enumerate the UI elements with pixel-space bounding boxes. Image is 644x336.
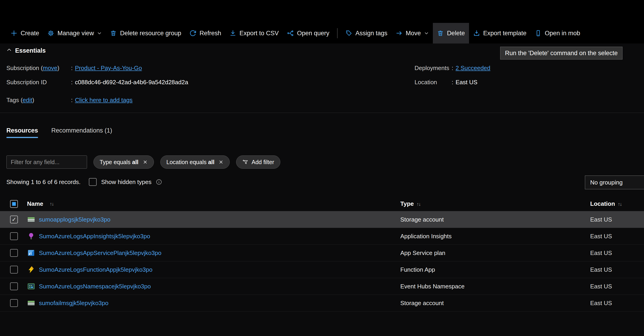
row-checkbox[interactable] xyxy=(10,299,18,307)
close-icon[interactable] xyxy=(218,160,224,165)
subscription-id-label: Subscription ID xyxy=(6,79,71,86)
create-label: Create xyxy=(20,30,39,37)
export-csv-label: Export to CSV xyxy=(240,30,279,37)
colon: : xyxy=(452,64,453,72)
add-filter-icon xyxy=(242,159,248,165)
export-template-icon xyxy=(473,30,480,37)
add-filter-button[interactable]: Add filter xyxy=(236,155,280,169)
tab-recommendations[interactable]: Recommendations (1) xyxy=(51,127,112,140)
grouping-value: No grouping xyxy=(590,179,623,186)
resource-link[interactable]: SumoAzureLogsAppInsightsjk5lepvjko3po xyxy=(39,233,150,240)
table-row[interactable]: SumoAzureLogsAppServicePlanjk5lepvjko3po… xyxy=(0,245,644,261)
edit-tags-link[interactable]: edit xyxy=(23,97,32,103)
mobile-icon xyxy=(535,30,542,37)
resource-location: East US xyxy=(590,250,644,257)
add-tags-link[interactable]: Click here to add tags xyxy=(75,97,132,104)
manage-view-label: Manage view xyxy=(58,30,94,37)
manage-view-button[interactable]: Manage view xyxy=(43,23,106,43)
resource-link[interactable]: SumoAzureLogsAppServicePlanjk5lepvjko3po xyxy=(39,250,162,257)
delete-resource-group-button[interactable]: Delete resource group xyxy=(106,23,185,43)
show-hidden-checkbox[interactable] xyxy=(89,178,97,186)
grouping-dropdown[interactable]: No grouping xyxy=(585,176,644,189)
application-insights-icon xyxy=(27,232,35,240)
filter-pill-type-value: all xyxy=(132,159,138,165)
storage-account-icon xyxy=(27,215,35,224)
filter-input[interactable] xyxy=(6,155,87,169)
create-button[interactable]: Create xyxy=(6,23,43,43)
move-button[interactable]: Move xyxy=(392,23,433,43)
open-in-mobile-button[interactable]: Open in mob xyxy=(531,23,584,43)
arrow-right-icon xyxy=(396,30,402,37)
toolbar: Create Manage view Delete resource group xyxy=(0,0,644,43)
row-checkbox[interactable] xyxy=(10,232,18,240)
export-csv-button[interactable]: Export to CSV xyxy=(225,23,283,43)
colon: : xyxy=(452,79,453,86)
table-row[interactable]: SumoAzureLogsAppInsightsjk5lepvjko3po Ap… xyxy=(0,228,644,245)
deployments-label: Deployments xyxy=(414,64,452,72)
download-icon xyxy=(230,30,236,37)
resource-link[interactable]: sumofailmsgjk5lepvjko3po xyxy=(39,300,108,307)
subscription-link[interactable]: Product - Pay-As-You-Go xyxy=(75,64,142,72)
chevron-down-icon xyxy=(424,31,429,35)
subscription-id-value: c088dc46-d692-42ad-a4b6-9a542d28ad2a xyxy=(75,79,188,86)
filter-pill-type[interactable]: Type equals all xyxy=(94,155,154,169)
table-row[interactable]: SumoAzureLogsNamespacejk5lepvjko3po Even… xyxy=(0,278,644,295)
select-all-checkbox[interactable] xyxy=(10,200,18,208)
column-header-location[interactable]: Location xyxy=(590,200,615,207)
storage-account-icon xyxy=(27,299,35,307)
table-row[interactable]: SumoAzureLogsFunctionAppjk5lepvjko3po Fu… xyxy=(0,261,644,278)
resource-type: Application Insights xyxy=(400,233,590,240)
resource-location: East US xyxy=(590,283,644,290)
location-value: East US xyxy=(456,79,477,86)
location-label: Location xyxy=(414,79,452,86)
resource-type: Storage account xyxy=(400,216,590,223)
plus-icon xyxy=(10,30,18,37)
location-row: Location : East US xyxy=(414,77,644,87)
resource-type: Storage account xyxy=(400,300,590,307)
resource-location: East US xyxy=(590,233,644,240)
tab-resources[interactable]: Resources xyxy=(6,127,38,140)
refresh-button[interactable]: Refresh xyxy=(185,23,225,43)
row-checkbox[interactable]: ✓ xyxy=(10,216,18,223)
table-row[interactable]: ✓ sumoapplogsjk5lepvjko3po Storage accou… xyxy=(0,211,644,228)
resource-link[interactable]: SumoAzureLogsNamespacejk5lepvjko3po xyxy=(39,283,151,290)
check-icon: ✓ xyxy=(12,217,16,222)
deployments-link[interactable]: 2 Succeeded xyxy=(456,64,490,72)
chevron-up-icon xyxy=(6,47,12,54)
resource-link[interactable]: sumoapplogsjk5lepvjko3po xyxy=(39,216,110,223)
essentials-toggle[interactable]: Essentials xyxy=(6,46,57,55)
sort-icon: ↑↓ xyxy=(416,201,420,207)
trash-icon xyxy=(110,30,117,37)
column-header-type[interactable]: Type xyxy=(400,200,414,207)
filter-pill-location[interactable]: Location equals all xyxy=(160,155,230,169)
gear-icon xyxy=(48,30,54,37)
app-service-plan-icon xyxy=(27,249,35,257)
sort-icon: ↑↓ xyxy=(618,201,622,207)
delete-resource-group-label: Delete resource group xyxy=(120,30,181,37)
assign-tags-button[interactable]: Assign tags xyxy=(341,23,392,43)
resource-group-page: Create Manage view Delete resource group xyxy=(0,0,644,336)
tab-bar: Resources Recommendations (1) xyxy=(6,127,644,140)
resource-type: Function App xyxy=(400,266,590,273)
delete-tooltip: Run the 'Delete' command on the selecte xyxy=(500,47,622,59)
tag-icon xyxy=(345,30,352,37)
info-icon[interactable] xyxy=(156,179,162,185)
row-checkbox[interactable] xyxy=(10,249,18,257)
refresh-icon xyxy=(190,30,196,37)
add-filter-label: Add filter xyxy=(252,159,274,165)
move-link[interactable]: move xyxy=(43,64,58,71)
export-template-button[interactable]: Export template xyxy=(469,23,531,43)
table-row[interactable]: sumofailmsgjk5lepvjko3po Storage account… xyxy=(0,295,644,312)
tags-row: Tags (edit) : Click here to add tags xyxy=(6,95,414,105)
resource-type: Event Hubs Namespace xyxy=(400,283,590,290)
row-checkbox[interactable] xyxy=(10,283,18,290)
resource-link[interactable]: SumoAzureLogsFunctionAppjk5lepvjko3po xyxy=(39,266,152,273)
close-icon[interactable] xyxy=(143,160,148,165)
column-header-name[interactable]: Name xyxy=(27,200,43,207)
delete-button[interactable]: Delete xyxy=(433,23,469,43)
records-bar: Showing 1 to 6 of 6 records. Show hidden… xyxy=(6,177,644,187)
row-checkbox[interactable] xyxy=(10,266,18,274)
open-query-button[interactable]: Open query xyxy=(283,23,334,43)
filter-pill-type-text: Type equals xyxy=(100,159,132,165)
resource-location: East US xyxy=(590,266,644,273)
